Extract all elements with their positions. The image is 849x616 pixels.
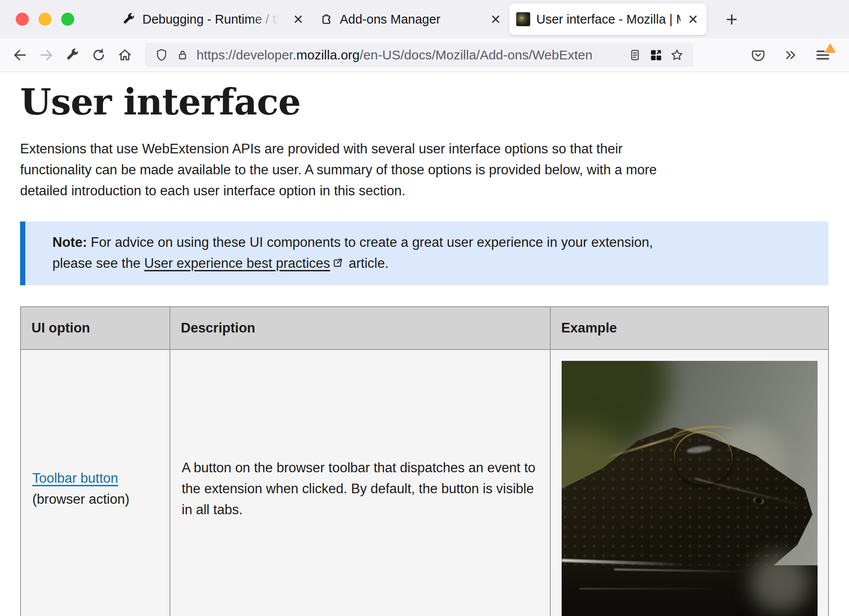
note-text: Note: For advice on using these UI compo…: [52, 232, 694, 275]
navigation-toolbar: https://developer.mozilla.org/en-US/docs…: [0, 38, 849, 72]
external-link-icon: [332, 254, 343, 275]
tab-title: Debugging - Runtime / this-firefox: [142, 12, 286, 27]
tab-debugging[interactable]: Debugging - Runtime / this-firefox ×: [114, 3, 312, 35]
tab-close-icon[interactable]: ×: [292, 11, 305, 28]
reload-button[interactable]: [86, 42, 112, 68]
bookmark-star-icon[interactable]: [666, 45, 687, 66]
new-tab-button[interactable]: +: [721, 9, 742, 29]
pocket-icon[interactable]: [745, 42, 771, 68]
https-lock-icon[interactable]: [172, 45, 193, 66]
close-window-button[interactable]: [16, 13, 29, 26]
tab-close-icon[interactable]: ×: [489, 11, 502, 28]
window-controls: [0, 13, 86, 26]
frog-favicon: [516, 12, 530, 26]
back-button[interactable]: [7, 42, 33, 68]
url-prefix: https://developer.: [197, 48, 297, 62]
browser-window: Debugging - Runtime / this-firefox × Add…: [0, 0, 849, 616]
header-ui-option: UI option: [21, 307, 170, 350]
url-text[interactable]: https://developer.mozilla.org/en-US/docs…: [197, 48, 621, 62]
app-menu-hamburger-icon[interactable]: [810, 42, 836, 68]
tab-close-icon[interactable]: ×: [687, 11, 700, 28]
ui-options-table: UI option Description Example Toolbar bu…: [20, 306, 829, 616]
extension-grid-icon[interactable]: [645, 45, 666, 66]
ui-option-subtext: (browser action): [32, 491, 129, 507]
tab-strip: Debugging - Runtime / this-firefox × Add…: [114, 0, 707, 38]
tab-title: Add-ons Manager: [340, 12, 483, 27]
update-available-badge: [825, 43, 836, 53]
ux-best-practices-link[interactable]: User experience best practices: [144, 256, 330, 271]
tracking-protection-shield-icon[interactable]: [151, 45, 172, 66]
url-path: /en-US/docs/Mozilla/Add-ons/WebExten: [360, 48, 593, 62]
url-bar[interactable]: https://developer.mozilla.org/en-US/docs…: [145, 43, 694, 67]
tab-bar: Debugging - Runtime / this-firefox × Add…: [0, 0, 849, 38]
wrench-icon: [121, 12, 136, 27]
note-after-link: article.: [345, 256, 389, 271]
tab-addons-manager[interactable]: Add-ons Manager ×: [312, 3, 509, 35]
page-content: User interface Extensions that use WebEx…: [0, 83, 849, 616]
note-label: Note:: [52, 235, 87, 250]
table-row-toolbar-button: Toolbar button (browser action) A button…: [21, 350, 828, 616]
toolbar-button-link[interactable]: Toolbar button: [32, 471, 118, 486]
puzzle-icon: [319, 12, 334, 27]
fullscreen-window-button[interactable]: [61, 13, 74, 26]
developer-tools-wrench-icon[interactable]: [59, 42, 86, 68]
header-description: Description: [170, 307, 550, 350]
table-header-row: UI option Description Example: [21, 307, 828, 350]
home-button[interactable]: [112, 42, 138, 68]
frog-example-photo: [562, 361, 818, 616]
ui-option-cell: Toolbar button (browser action): [21, 350, 170, 616]
forward-button[interactable]: [33, 42, 59, 68]
description-cell: A button on the browser toolbar that dis…: [170, 350, 550, 616]
url-domain: mozilla.org: [297, 48, 360, 62]
minimize-window-button[interactable]: [38, 13, 52, 26]
tab-title: User interface - Mozilla | MDN: [536, 12, 680, 27]
toolbar-right-cluster: [745, 42, 842, 68]
page-title: User interface: [20, 83, 829, 121]
tab-user-interface-active[interactable]: User interface - Mozilla | MDN ×: [509, 3, 707, 35]
example-cell: [550, 350, 828, 616]
note-callout: Note: For advice on using these UI compo…: [20, 221, 828, 285]
intro-paragraph: Extensions that use WebExtension APIs ar…: [20, 138, 662, 201]
reader-mode-icon[interactable]: [625, 45, 645, 66]
header-example: Example: [550, 307, 828, 350]
overflow-chevrons-icon[interactable]: [777, 42, 804, 68]
